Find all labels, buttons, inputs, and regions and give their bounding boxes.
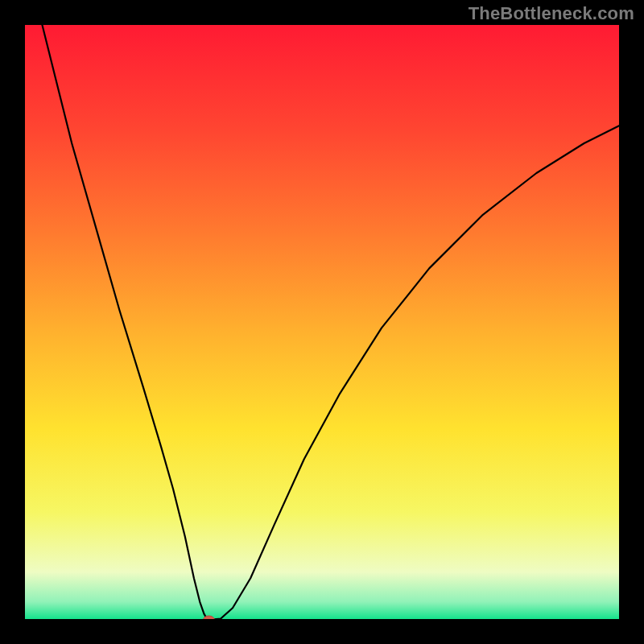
chart-frame: TheBottleneck.com	[0, 0, 644, 644]
bottleneck-chart	[0, 0, 644, 644]
watermark-text: TheBottleneck.com	[469, 3, 634, 24]
plot-background	[24, 24, 620, 620]
